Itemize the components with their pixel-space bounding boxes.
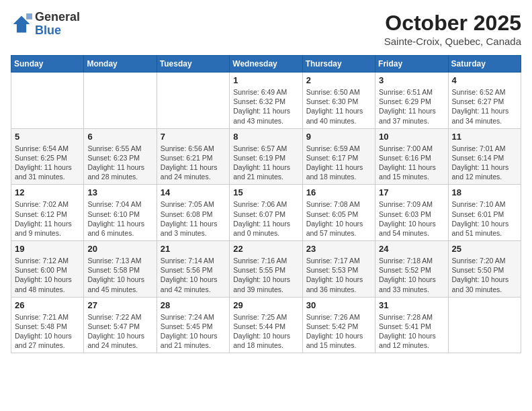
svg-marker-1 [26, 13, 32, 19]
calendar-cell [448, 297, 521, 353]
day-info: Sunrise: 6:55 AM Sunset: 6:23 PM Dayligh… [87, 144, 152, 182]
day-number: 24 [379, 244, 444, 254]
calendar-cell: 4Sunrise: 6:52 AM Sunset: 6:27 PM Daylig… [448, 73, 521, 129]
day-info: Sunrise: 7:06 AM Sunset: 6:07 PM Dayligh… [233, 199, 298, 238]
day-number: 16 [306, 187, 371, 197]
day-number: 2 [306, 75, 371, 85]
day-info: Sunrise: 6:49 AM Sunset: 6:32 PM Dayligh… [233, 87, 298, 126]
day-number: 20 [87, 244, 152, 254]
day-info: Sunrise: 7:12 AM Sunset: 6:00 PM Dayligh… [15, 256, 80, 294]
day-number: 10 [379, 132, 444, 142]
day-info: Sunrise: 6:59 AM Sunset: 6:17 PM Dayligh… [306, 144, 371, 182]
day-number: 17 [379, 187, 444, 197]
calendar-cell: 10Sunrise: 7:00 AM Sunset: 6:16 PM Dayli… [375, 128, 448, 185]
calendar-table: SundayMondayTuesdayWednesdayThursdayFrid… [11, 55, 521, 353]
day-info: Sunrise: 6:50 AM Sunset: 6:30 PM Dayligh… [306, 87, 371, 126]
calendar-week-row: 1Sunrise: 6:49 AM Sunset: 6:32 PM Daylig… [11, 73, 521, 129]
calendar-cell: 3Sunrise: 6:51 AM Sunset: 6:29 PM Daylig… [375, 73, 448, 129]
calendar-week-row: 5Sunrise: 6:54 AM Sunset: 6:25 PM Daylig… [11, 128, 521, 185]
day-number: 23 [306, 244, 371, 254]
day-info: Sunrise: 7:08 AM Sunset: 6:05 PM Dayligh… [306, 199, 371, 238]
day-number: 1 [233, 75, 298, 85]
calendar-cell: 25Sunrise: 7:20 AM Sunset: 5:50 PM Dayli… [448, 241, 521, 298]
day-info: Sunrise: 6:57 AM Sunset: 6:19 PM Dayligh… [233, 144, 298, 182]
weekday-header-row: SundayMondayTuesdayWednesdayThursdayFrid… [11, 56, 521, 73]
calendar-cell: 15Sunrise: 7:06 AM Sunset: 6:07 PM Dayli… [230, 185, 302, 241]
day-info: Sunrise: 7:13 AM Sunset: 5:58 PM Dayligh… [87, 256, 152, 294]
day-info: Sunrise: 6:56 AM Sunset: 6:21 PM Dayligh… [161, 144, 226, 182]
day-number: 6 [87, 132, 152, 142]
day-info: Sunrise: 7:25 AM Sunset: 5:44 PM Dayligh… [233, 312, 298, 351]
weekday-header-monday: Monday [84, 56, 157, 73]
day-number: 21 [161, 244, 226, 254]
day-info: Sunrise: 7:18 AM Sunset: 5:52 PM Dayligh… [379, 256, 444, 294]
day-number: 30 [306, 300, 371, 310]
logo-general: General [35, 10, 80, 24]
calendar-cell: 12Sunrise: 7:02 AM Sunset: 6:12 PM Dayli… [11, 185, 84, 241]
calendar-cell: 19Sunrise: 7:12 AM Sunset: 6:00 PM Dayli… [11, 241, 84, 298]
title-block: October 2025 Sainte-Croix, Quebec, Canad… [384, 11, 521, 47]
day-info: Sunrise: 7:10 AM Sunset: 6:01 PM Dayligh… [452, 199, 517, 238]
calendar-cell: 20Sunrise: 7:13 AM Sunset: 5:58 PM Dayli… [84, 241, 157, 298]
day-info: Sunrise: 7:24 AM Sunset: 5:45 PM Dayligh… [161, 312, 226, 351]
calendar-cell [11, 73, 84, 129]
day-info: Sunrise: 7:28 AM Sunset: 5:41 PM Dayligh… [379, 312, 444, 351]
weekday-header-wednesday: Wednesday [230, 56, 302, 73]
calendar-cell: 28Sunrise: 7:24 AM Sunset: 5:45 PM Dayli… [157, 297, 229, 353]
day-info: Sunrise: 7:05 AM Sunset: 6:08 PM Dayligh… [161, 199, 226, 238]
calendar-cell: 30Sunrise: 7:26 AM Sunset: 5:42 PM Dayli… [302, 297, 375, 353]
weekday-header-saturday: Saturday [448, 56, 521, 73]
calendar-cell: 21Sunrise: 7:14 AM Sunset: 5:56 PM Dayli… [157, 241, 229, 298]
day-number: 25 [452, 244, 517, 254]
day-number: 19 [15, 244, 80, 254]
calendar-cell: 16Sunrise: 7:08 AM Sunset: 6:05 PM Dayli… [302, 185, 375, 241]
logo: General Blue [11, 11, 80, 38]
day-number: 27 [87, 300, 152, 310]
day-info: Sunrise: 7:20 AM Sunset: 5:50 PM Dayligh… [452, 256, 517, 294]
calendar-cell: 5Sunrise: 6:54 AM Sunset: 6:25 PM Daylig… [11, 128, 84, 185]
calendar-cell: 13Sunrise: 7:04 AM Sunset: 6:10 PM Dayli… [84, 185, 157, 241]
calendar-cell: 6Sunrise: 6:55 AM Sunset: 6:23 PM Daylig… [84, 128, 157, 185]
weekday-header-sunday: Sunday [11, 56, 84, 73]
calendar-cell: 27Sunrise: 7:22 AM Sunset: 5:47 PM Dayli… [84, 297, 157, 353]
day-number: 8 [233, 132, 298, 142]
calendar-cell: 9Sunrise: 6:59 AM Sunset: 6:17 PM Daylig… [302, 128, 375, 185]
calendar-cell: 26Sunrise: 7:21 AM Sunset: 5:48 PM Dayli… [11, 297, 84, 353]
calendar-week-row: 12Sunrise: 7:02 AM Sunset: 6:12 PM Dayli… [11, 185, 521, 241]
calendar-cell: 2Sunrise: 6:50 AM Sunset: 6:30 PM Daylig… [302, 73, 375, 129]
weekday-header-tuesday: Tuesday [157, 56, 229, 73]
day-number: 11 [452, 132, 517, 142]
calendar-cell: 14Sunrise: 7:05 AM Sunset: 6:08 PM Dayli… [157, 185, 229, 241]
calendar-cell: 23Sunrise: 7:17 AM Sunset: 5:53 PM Dayli… [302, 241, 375, 298]
day-number: 9 [306, 132, 371, 142]
day-number: 14 [161, 187, 226, 197]
calendar-cell: 31Sunrise: 7:28 AM Sunset: 5:41 PM Dayli… [375, 297, 448, 353]
day-number: 7 [161, 132, 226, 142]
day-info: Sunrise: 7:21 AM Sunset: 5:48 PM Dayligh… [15, 312, 80, 351]
day-info: Sunrise: 7:14 AM Sunset: 5:56 PM Dayligh… [161, 256, 226, 294]
calendar-cell: 29Sunrise: 7:25 AM Sunset: 5:44 PM Dayli… [230, 297, 302, 353]
day-info: Sunrise: 7:17 AM Sunset: 5:53 PM Dayligh… [306, 256, 371, 294]
day-info: Sunrise: 6:51 AM Sunset: 6:29 PM Dayligh… [379, 87, 444, 126]
day-number: 29 [233, 300, 298, 310]
calendar-cell: 7Sunrise: 6:56 AM Sunset: 6:21 PM Daylig… [157, 128, 229, 185]
calendar-week-row: 19Sunrise: 7:12 AM Sunset: 6:00 PM Dayli… [11, 241, 521, 298]
calendar-cell: 24Sunrise: 7:18 AM Sunset: 5:52 PM Dayli… [375, 241, 448, 298]
day-number: 26 [15, 300, 80, 310]
logo-icon [11, 13, 32, 35]
day-info: Sunrise: 7:01 AM Sunset: 6:14 PM Dayligh… [452, 144, 517, 182]
weekday-header-friday: Friday [375, 56, 448, 73]
day-number: 18 [452, 187, 517, 197]
calendar-cell: 18Sunrise: 7:10 AM Sunset: 6:01 PM Dayli… [448, 185, 521, 241]
weekday-header-thursday: Thursday [302, 56, 375, 73]
calendar-cell: 1Sunrise: 6:49 AM Sunset: 6:32 PM Daylig… [230, 73, 302, 129]
day-info: Sunrise: 6:54 AM Sunset: 6:25 PM Dayligh… [15, 144, 80, 182]
day-number: 3 [379, 75, 444, 85]
day-info: Sunrise: 7:00 AM Sunset: 6:16 PM Dayligh… [379, 144, 444, 182]
calendar-cell [84, 73, 157, 129]
day-info: Sunrise: 7:26 AM Sunset: 5:42 PM Dayligh… [306, 312, 371, 351]
month-title: October 2025 [384, 11, 521, 36]
day-number: 13 [87, 187, 152, 197]
calendar-cell: 22Sunrise: 7:16 AM Sunset: 5:55 PM Dayli… [230, 241, 302, 298]
logo-text: General Blue [35, 11, 80, 38]
